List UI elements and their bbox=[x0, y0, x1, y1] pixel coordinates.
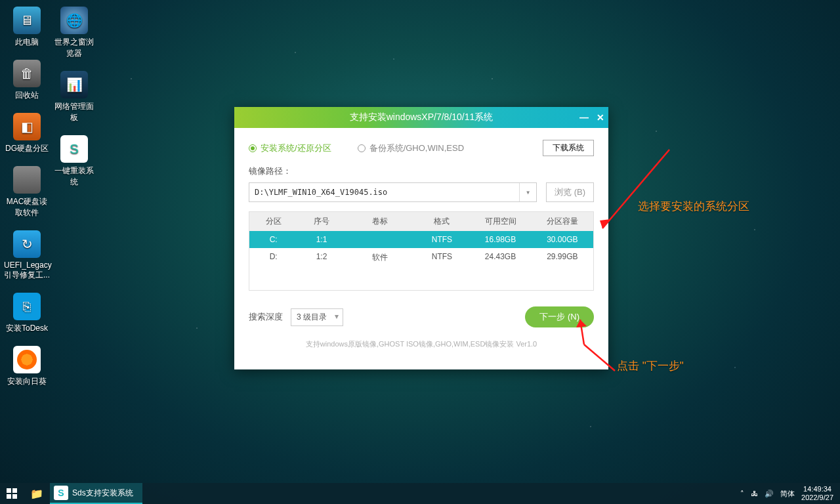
svg-rect-8 bbox=[12, 494, 17, 499]
windows-icon bbox=[7, 488, 17, 499]
taskbar-clock[interactable]: 14:49:34 2022/9/27 bbox=[801, 485, 833, 502]
desktop-icon-dg[interactable]: ◧DG硬盘分区 bbox=[4, 113, 50, 154]
system-tray: ˄ 🖧 🔊 简体 14:49:34 2022/9/27 bbox=[740, 485, 840, 502]
close-icon[interactable]: ✕ bbox=[597, 112, 604, 123]
footer-text: 支持windows原版镜像,GHOST ISO镜像,GHO,WIM,ESD镜像安… bbox=[249, 339, 594, 349]
annotation-click-next: 点击 "下一步" bbox=[617, 358, 684, 373]
radio-backup[interactable]: 备份系统/GHO,WIN,ESD bbox=[358, 142, 464, 154]
taskbar: 📁 S Sds支持安装系统 ˄ 🖧 🔊 简体 14:49:34 2022/9/2… bbox=[0, 483, 840, 504]
minimize-icon[interactable]: — bbox=[579, 112, 589, 123]
ime-indicator[interactable]: 简体 bbox=[780, 489, 795, 499]
table-row[interactable]: C:1:1NTFS16.98GB30.00GB bbox=[249, 231, 593, 248]
desktop-icon-browser[interactable]: 🌐世界之窗浏览器 bbox=[51, 7, 97, 59]
app-icon: S bbox=[54, 486, 68, 500]
table-header: 分区 序号 卷标 格式 可用空间 分区容量 bbox=[249, 212, 593, 231]
radio-dot-icon bbox=[358, 144, 366, 152]
radio-install[interactable]: 安装系统/还原分区 bbox=[249, 142, 331, 154]
svg-rect-6 bbox=[12, 488, 17, 493]
taskbar-app-installer[interactable]: S Sds支持安装系统 bbox=[50, 483, 142, 504]
start-button[interactable] bbox=[0, 483, 24, 504]
annotation-select-partition: 选择要安装的系统分区 bbox=[638, 199, 749, 214]
desktop-icon-todesk[interactable]: ⎘安装ToDesk bbox=[4, 293, 50, 334]
install-dialog: 支持安装windowsXP/7/8/10/11系统 — ✕ 安装系统/还原分区 … bbox=[234, 107, 608, 369]
svg-line-0 bbox=[602, 150, 669, 228]
desktop-icons-col1: 🖥此电脑 🗑回收站 ◧DG硬盘分区 MAC硬盘读取软件 ↻UEFI_Legacy… bbox=[4, 7, 56, 399]
titlebar[interactable]: 支持安装windowsXP/7/8/10/11系统 — ✕ bbox=[234, 107, 608, 128]
volume-icon[interactable]: 🔊 bbox=[765, 490, 774, 498]
svg-rect-7 bbox=[7, 494, 11, 499]
file-explorer-button[interactable]: 📁 bbox=[24, 483, 50, 504]
search-depth-select[interactable]: 3 级目录 bbox=[291, 308, 343, 326]
window-title: 支持安装windowsXP/7/8/10/11系统 bbox=[350, 112, 494, 123]
image-path-label: 镜像路径： bbox=[249, 165, 594, 177]
desktop-icon-sunflower[interactable]: 安装向日葵 bbox=[4, 346, 50, 387]
image-path-input[interactable]: D:\YLMF_WIN10_X64_V19045.iso ▾ bbox=[249, 182, 537, 202]
dropdown-icon[interactable]: ▾ bbox=[519, 183, 536, 201]
desktop-icon-this-pc[interactable]: 🖥此电脑 bbox=[4, 7, 50, 48]
radio-dot-icon bbox=[249, 144, 257, 152]
folder-icon: 📁 bbox=[30, 488, 43, 500]
partition-table: 分区 序号 卷标 格式 可用空间 分区容量 C:1:1NTFS16.98GB30… bbox=[249, 211, 594, 291]
desktop-icon-reinstall[interactable]: S一键重装系统 bbox=[51, 135, 97, 188]
desktop-icon-mac[interactable]: MAC硬盘读取软件 bbox=[4, 166, 50, 219]
svg-rect-5 bbox=[7, 488, 11, 493]
network-icon[interactable]: 🖧 bbox=[751, 490, 758, 497]
search-depth-label: 搜索深度 bbox=[249, 311, 283, 323]
desktop-icon-recycle[interactable]: 🗑回收站 bbox=[4, 60, 50, 101]
desktop-icons-col2: 🌐世界之窗浏览器 📊网络管理面板 S一键重装系统 bbox=[51, 7, 104, 200]
desktop-icon-network[interactable]: 📊网络管理面板 bbox=[51, 71, 97, 123]
table-row[interactable]: D:1:2软件NTFS24.43GB29.99GB bbox=[249, 248, 593, 267]
next-button[interactable]: 下一步 (N) bbox=[525, 306, 594, 327]
desktop-icon-uefi[interactable]: ↻UEFI_Legacy引导修复工... bbox=[4, 230, 50, 281]
tray-up-icon[interactable]: ˄ bbox=[740, 490, 744, 498]
download-system-button[interactable]: 下载系统 bbox=[543, 140, 594, 156]
browse-button[interactable]: 浏览 (B) bbox=[546, 182, 594, 202]
